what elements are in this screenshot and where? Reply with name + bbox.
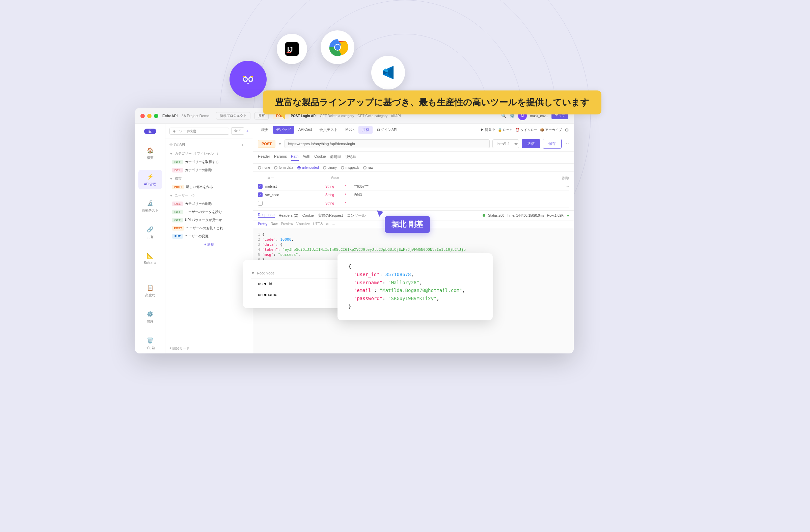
category-label: カテゴリー_オフィシャル	[175, 151, 214, 156]
active-tab-title: POST Login API	[291, 114, 316, 118]
format-encoding[interactable]: UTF-8	[313, 222, 323, 226]
schema-username-name-container: username	[251, 292, 277, 297]
resp-tab-cookie[interactable]: Cookie	[303, 213, 314, 217]
history-btn[interactable]: ⏰ タイムロー	[515, 128, 537, 132]
json-panel-line-6: }	[348, 303, 482, 311]
req-tab-path[interactable]: Path	[291, 154, 299, 161]
format-pretty[interactable]: Pretty	[258, 222, 267, 226]
tab-debug[interactable]: デバッグ	[273, 126, 294, 134]
tab-overview[interactable]: 概要	[258, 126, 272, 134]
request-tab-bar: 概要 デバッグ APICast 会員テスト Mock 共有 ログインAPI ▶ …	[253, 124, 574, 136]
param-actions-2[interactable]: ⋯	[566, 193, 569, 197]
tab-login-api[interactable]: ログインAPI	[373, 126, 401, 134]
param-key-3[interactable]	[265, 201, 323, 205]
sidebar-item-trash[interactable]: 🗑️ ゴミ箱	[139, 334, 162, 353]
method-selector[interactable]: POST	[258, 140, 275, 148]
format-preview[interactable]: Preview	[281, 222, 293, 226]
all-api-edit[interactable]: ⋯	[245, 143, 249, 147]
user-label-name: 堀北 剛基	[391, 220, 423, 228]
sidebar-item-api[interactable]: ⚡ API管理	[139, 170, 162, 189]
req-tab-header[interactable]: Header	[258, 154, 270, 161]
banner-text: 豊富な製品ラインアップに基づき、最も生産性の高いツールを提供しています	[275, 97, 589, 107]
param-req-1: *	[345, 184, 352, 188]
sidebar-item-home[interactable]: 🏠 概要	[139, 143, 162, 163]
url-input[interactable]	[285, 140, 490, 148]
params-header: キー Value 削除	[258, 175, 569, 182]
maximize-button[interactable]	[154, 114, 158, 118]
sidebar-item-history[interactable]: 📋 高度な	[139, 281, 162, 301]
json-panel-line-2: "user_id": 357108678,	[348, 271, 482, 279]
format-visualize[interactable]: Visualize	[296, 222, 310, 226]
tab-mock[interactable]: Mock	[342, 126, 357, 134]
body-opt-none[interactable]: none	[258, 166, 270, 170]
tab3-title[interactable]: GET Get a category	[357, 114, 387, 118]
format-raw[interactable]: Raw	[271, 222, 277, 226]
sidebar-item-schema[interactable]: 📐 Schema	[139, 249, 162, 267]
copy-btn[interactable]: ⧉	[326, 222, 328, 226]
resp-tab-actual[interactable]: 実際のRequest	[318, 213, 343, 218]
sidebar-item-share[interactable]: 🔗 共有	[139, 223, 162, 242]
param-checkbox-1[interactable]	[258, 184, 263, 189]
wrap-btn[interactable]: ↔	[332, 222, 335, 226]
body-opt-urlencoded[interactable]: urlencoded	[297, 166, 319, 170]
sidebar-item-settings[interactable]: ⚙️ 管理	[139, 307, 162, 327]
dev-mode-btn[interactable]: < 開発モード	[165, 343, 253, 353]
body-opt-formdata[interactable]: form-data	[274, 166, 293, 170]
req-tab-params[interactable]: Params	[274, 154, 287, 161]
more-options-btn[interactable]: ⋯	[564, 141, 569, 146]
list-item[interactable]: POST ユーザーへのお礼！これ...	[169, 224, 249, 232]
resp-tab-response[interactable]: Response	[258, 213, 275, 218]
http-version-select[interactable]: http/1.1	[492, 140, 519, 148]
body-opt-msgpack[interactable]: msgpack	[341, 166, 359, 170]
body-opt-binary[interactable]: binary	[323, 166, 337, 170]
more-btn[interactable]: ⚙	[565, 127, 569, 133]
tab-share-tag[interactable]: 共有	[358, 126, 373, 134]
archive-btn[interactable]: 📦 アーカイブ	[540, 128, 562, 132]
list-item[interactable]: POST 新しい都市を作る	[169, 183, 249, 191]
list-item[interactable]: GET URLパラメータが見つか	[169, 216, 249, 224]
status-ok: ●	[567, 214, 569, 217]
all-api-label: 全てのAPI	[169, 143, 185, 147]
list-item[interactable]: GET ユーザーのデータを読む	[169, 208, 249, 216]
add-api-btn[interactable]: +	[246, 128, 249, 134]
param-checkbox-2[interactable]	[258, 192, 263, 197]
close-button[interactable]	[141, 114, 145, 118]
new-project-btn[interactable]: 新規プロジェクト	[216, 112, 250, 119]
opt-label-none: none	[263, 166, 270, 170]
list-item[interactable]: PUT ユーザーの変更	[169, 232, 249, 240]
send-button[interactable]: 送信	[522, 139, 540, 148]
resp-tab-console[interactable]: コンソール	[347, 213, 366, 218]
opt-label-msgpack: msgpack	[345, 166, 359, 170]
tab-member-test[interactable]: 会員テスト	[316, 126, 341, 134]
tab4-title[interactable]: All API	[391, 114, 401, 118]
body-opt-raw[interactable]: raw	[363, 166, 373, 170]
save-button[interactable]: 保存	[543, 139, 562, 148]
param-actions-1[interactable]: ⋯	[566, 184, 569, 188]
run-btn[interactable]: ▶ 開発中	[481, 128, 495, 132]
req-tab-cookie[interactable]: Cookie	[314, 154, 326, 161]
method-badge-get2: GET	[172, 210, 183, 214]
req-tab-pre[interactable]: 前処理	[330, 154, 341, 161]
req-tab-post[interactable]: 後処理	[345, 154, 356, 161]
api-search-input[interactable]	[169, 128, 229, 135]
add-new-btn[interactable]: + 新規	[169, 240, 249, 249]
sidebar-item-test[interactable]: 🔬 自動テスト	[139, 196, 162, 216]
req-tab-auth[interactable]: Auth	[303, 154, 310, 161]
resp-tab-headers[interactable]: Headers (2)	[279, 213, 298, 217]
list-item[interactable]: GET カテゴリーを取得する	[169, 158, 249, 166]
list-item[interactable]: DEL カテゴリーの削除	[169, 200, 249, 208]
svg-point-14	[335, 45, 340, 50]
tab2-title[interactable]: GET Delete a category	[320, 114, 354, 118]
list-item[interactable]: DEL カテゴリーの削除	[169, 166, 249, 174]
minimize-button[interactable]	[147, 114, 151, 118]
svg-point-2	[248, 76, 253, 82]
filter-btn[interactable]: 全て	[231, 127, 244, 135]
all-api-add[interactable]: +	[241, 143, 243, 147]
param-checkbox-3[interactable]	[258, 201, 263, 206]
category-section: ▼ カテゴリー_オフィシャル 1	[169, 149, 249, 158]
json-panel: { "user_id": 357108678, "username": "Mal…	[338, 253, 493, 320]
lock-btn[interactable]: 🔒 ロック	[498, 128, 513, 132]
param-key-input[interactable]	[265, 201, 323, 205]
tab-apicast[interactable]: APICast	[295, 126, 315, 134]
api-item-name: ユーザーへのお礼！これ...	[186, 226, 226, 230]
